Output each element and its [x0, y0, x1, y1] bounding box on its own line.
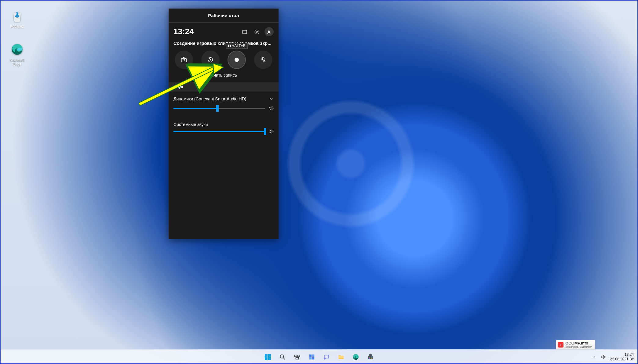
system-sounds-label: Системные звуки [173, 122, 274, 129]
svg-point-6 [210, 59, 211, 60]
speaker-icon [268, 129, 274, 134]
gamebar-clock: 13:24 [173, 27, 240, 36]
start-recording-button[interactable]: +ALT+R [228, 51, 246, 69]
svg-rect-8 [230, 45, 231, 46]
svg-rect-33 [369, 358, 370, 359]
taskbar: 13:24 22.08.2021 Вс [0, 349, 638, 364]
svg-line-22 [283, 358, 285, 359]
search-icon [279, 354, 286, 360]
chat-button[interactable] [320, 351, 333, 363]
svg-rect-25 [296, 357, 298, 359]
svg-rect-10 [230, 46, 231, 47]
shortcut-tooltip: +ALT+R [226, 43, 248, 49]
mic-toggle-button[interactable] [254, 51, 272, 69]
camera-icon [180, 56, 187, 63]
watermark-subtitle: ВОПРОСЫ АДМИНУ [565, 345, 592, 348]
edge-icon [10, 42, 24, 57]
captures-folder-button[interactable] [240, 27, 249, 36]
panel-title: Рабочий стол [169, 9, 279, 23]
folder-icon [338, 354, 345, 360]
svg-rect-20 [268, 357, 271, 360]
svg-rect-7 [228, 45, 229, 46]
file-explorer-button[interactable] [335, 351, 347, 363]
edge-label: Microsoft Edge [10, 58, 25, 67]
store-button[interactable] [364, 351, 377, 363]
svg-rect-32 [370, 357, 371, 358]
capture-heading: Создание игровых клипов и снимков экр... [169, 41, 279, 49]
svg-point-5 [183, 59, 185, 61]
wallpaper [0, 0, 638, 364]
settings-button[interactable] [252, 27, 261, 36]
speakers-volume-slider[interactable] [173, 108, 265, 109]
task-view-icon [294, 354, 301, 360]
svg-rect-24 [297, 355, 299, 357]
rewind-icon [207, 56, 214, 63]
user-icon [266, 29, 272, 34]
speaker-tray-icon[interactable] [600, 354, 606, 360]
svg-rect-9 [228, 46, 229, 47]
svg-rect-31 [369, 357, 370, 358]
microsoft-edge[interactable]: Microsoft Edge [5, 42, 29, 67]
edge-icon [352, 354, 359, 360]
watermark-badge: + OCOMP.info ВОПРОСЫ АДМИНУ [556, 340, 595, 349]
mic-off-icon [260, 56, 267, 63]
chevron-up-icon[interactable] [592, 355, 596, 359]
chevron-down-icon [269, 96, 274, 101]
recycle-bin-icon [10, 9, 24, 23]
recycle-bin-label: Корзина [10, 24, 24, 29]
svg-rect-34 [370, 358, 371, 359]
taskbar-clock[interactable]: 13:24 22.08.2021 Вс [610, 352, 634, 361]
windows-icon [264, 353, 272, 361]
record-last-button[interactable] [201, 51, 220, 69]
svg-rect-26 [309, 354, 311, 356]
recycle-bin[interactable]: Корзина [5, 9, 29, 29]
edge-taskbar-button[interactable] [350, 351, 362, 363]
speaker-icon [268, 106, 274, 111]
search-button[interactable] [276, 351, 289, 363]
svg-rect-29 [312, 357, 314, 359]
windows-key-icon [228, 44, 231, 48]
start-button[interactable] [262, 351, 274, 363]
gear-icon [254, 29, 260, 34]
widgets-icon [308, 354, 315, 360]
svg-rect-17 [265, 354, 268, 357]
speakers-device-label: Динамики (Conexant SmartAudio HD) [173, 96, 269, 101]
system-volume-slider[interactable] [173, 131, 265, 132]
svg-rect-28 [309, 357, 311, 359]
task-view-button[interactable] [291, 351, 303, 363]
svg-point-3 [268, 30, 270, 32]
svg-point-21 [280, 355, 283, 358]
screenshot-button[interactable] [175, 51, 193, 69]
watermark-title: OCOMP.info [565, 341, 592, 345]
svg-rect-18 [268, 354, 271, 357]
svg-point-2 [256, 31, 258, 32]
folder-icon [242, 29, 247, 34]
record-hint-label: ...чать запись [169, 71, 279, 82]
svg-rect-23 [294, 355, 297, 357]
gamebar-panel: Рабочий стол 13:24 Создание игровых клип… [169, 9, 279, 239]
chat-icon [323, 354, 330, 360]
record-dot-icon [235, 58, 239, 62]
account-button[interactable] [264, 27, 274, 36]
svg-rect-1 [242, 30, 247, 34]
sound-section-header: Звук [169, 82, 279, 92]
speakers-device-row[interactable]: Динамики (Conexant SmartAudio HD) [169, 92, 279, 104]
svg-rect-27 [312, 354, 314, 356]
svg-rect-19 [265, 357, 268, 360]
watermark-plus-icon: + [558, 342, 563, 348]
store-icon [367, 354, 374, 360]
widgets-button[interactable] [306, 351, 318, 363]
